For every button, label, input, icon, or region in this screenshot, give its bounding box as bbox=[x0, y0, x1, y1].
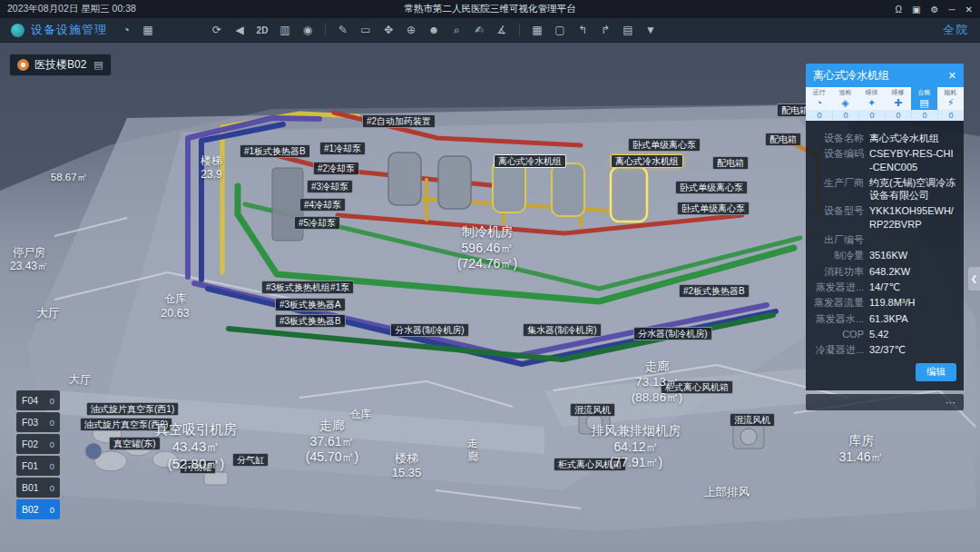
equipment-tag[interactable]: #2自动加药装置 bbox=[362, 114, 436, 128]
detail-field-row: 设备型号YKK1KOH95EWH/RP22BVRP bbox=[813, 204, 956, 231]
field-value: YKK1KOH95EWH/RP22BVRP bbox=[869, 204, 956, 231]
room-label: 仓库 20.63 bbox=[161, 292, 189, 320]
tab-label: 能耗 bbox=[945, 89, 957, 96]
apps-grid-icon[interactable]: ▦ bbox=[140, 22, 156, 38]
tab-maintenance-icon: ✦ bbox=[867, 96, 876, 109]
equipment-tag[interactable]: 混流风机 bbox=[570, 403, 615, 417]
toolbar-divider bbox=[325, 24, 326, 36]
equipment-tag[interactable]: 卧式单级离心泵 bbox=[677, 202, 750, 215]
field-value: 648.2KW bbox=[869, 265, 956, 278]
floor-count-badge: 0 bbox=[50, 461, 54, 471]
panel-collapse-handle[interactable]: ❮ bbox=[968, 267, 980, 291]
equipment-tag[interactable]: #4冷却泵 bbox=[299, 198, 346, 212]
building-selector[interactable]: 医技楼B02 ▤ bbox=[9, 54, 112, 76]
search-icon[interactable]: ⌕ bbox=[448, 22, 465, 38]
roam-icon[interactable]: ✥ bbox=[380, 22, 397, 38]
annotate-icon[interactable]: ✍ bbox=[471, 22, 487, 38]
floor-item-b01[interactable]: B010 bbox=[16, 478, 60, 498]
measure-icon[interactable]: ▭ bbox=[358, 22, 374, 38]
floor-item-f04[interactable]: F040 bbox=[16, 390, 60, 410]
equipment-tag[interactable]: #1板式换热器B bbox=[240, 144, 310, 158]
undo-icon[interactable]: ↰ bbox=[574, 22, 591, 38]
equipment-tag[interactable]: 离心式冷水机组 bbox=[611, 154, 683, 168]
tab-repair[interactable]: 维修✚0 bbox=[885, 87, 911, 121]
panel-title: 离心式冷水机组 bbox=[813, 68, 889, 84]
equipment-tag[interactable]: 配电箱 bbox=[765, 133, 801, 146]
split-screen-icon[interactable]: ▥ bbox=[277, 22, 293, 38]
tab-label: 巡检 bbox=[839, 89, 852, 96]
building-menu-icon[interactable]: ▤ bbox=[93, 59, 103, 71]
edit-button[interactable]: 编辑 bbox=[916, 363, 956, 381]
field-value: 32/37℃ bbox=[869, 343, 956, 356]
time-stats-icon[interactable]: ◔ bbox=[118, 22, 134, 38]
more-options-icon[interactable]: ⋯ bbox=[946, 397, 956, 409]
tab-running[interactable]: 运行◔0 bbox=[806, 87, 832, 121]
field-label: 制冷量 bbox=[813, 249, 864, 261]
equipment-tag[interactable]: 分气缸 bbox=[232, 453, 269, 467]
equipment-tag[interactable]: 卧式单级离心泵 bbox=[628, 138, 701, 152]
top-bar: 2023年08月02日 星期三 00:38 常熟市第二人民医院三维可视化管理平台… bbox=[0, 0, 980, 18]
app-root: #2自动加药装置#1板式换热器B#1冷却泵#2冷却泵#3冷却泵#4冷却泵#5冷却… bbox=[0, 0, 980, 552]
equipment-tag[interactable]: #5冷却泵 bbox=[294, 216, 340, 230]
equipment-tag[interactable]: 分水器(制冷机房) bbox=[633, 327, 712, 340]
angle-measure-icon[interactable]: ∡ bbox=[494, 22, 510, 38]
filter-icon[interactable]: ▼ bbox=[642, 22, 659, 38]
equipment-tag[interactable]: 真空罐(东) bbox=[109, 437, 161, 450]
field-label: 蒸发器水... bbox=[813, 312, 864, 325]
tab-count-badge: 0 bbox=[937, 110, 964, 121]
room-label: 排风兼排烟机房 64.12㎡ (77.91㎡) bbox=[592, 423, 681, 471]
equipment-tag[interactable]: #3冷却泵 bbox=[307, 180, 353, 193]
equipment-tag[interactable]: #1冷却泵 bbox=[319, 142, 366, 155]
field-value: 61.3KPA bbox=[869, 312, 956, 325]
room-label: 楼梯 23.9 bbox=[201, 154, 222, 182]
table-view-icon[interactable]: ▦ bbox=[529, 22, 545, 38]
earth-icon[interactable]: ⊕ bbox=[403, 22, 419, 38]
equipment-tag[interactable]: #3板式换热器B bbox=[275, 314, 346, 328]
equipment-tag[interactable]: 离心式冷水机组 bbox=[494, 154, 566, 168]
document-icon[interactable]: ▤ bbox=[620, 22, 636, 38]
equipment-tag[interactable]: #3板式换热机组#1泵 bbox=[261, 281, 354, 294]
redo-icon[interactable]: ↱ bbox=[597, 22, 613, 38]
floor-item-f03[interactable]: F030 bbox=[16, 412, 60, 432]
tab-count-badge: 0 bbox=[806, 110, 832, 121]
equipment-tag[interactable]: 配电箱 bbox=[712, 156, 749, 170]
equipment-tag[interactable]: 卧式单级离心泵 bbox=[675, 181, 748, 194]
field-label: 出厂编号 bbox=[813, 233, 864, 246]
scope-selector[interactable]: 全院 bbox=[943, 23, 969, 38]
field-value: 5.42 bbox=[869, 328, 956, 340]
floor-item-f01[interactable]: F010 bbox=[16, 456, 60, 476]
mode-2d-button[interactable]: 2D bbox=[254, 22, 270, 38]
equipment-tag[interactable]: #2冷却泵 bbox=[313, 162, 359, 175]
equipment-tag[interactable]: 分水器(制冷机房) bbox=[390, 323, 469, 337]
rotate-view-icon[interactable]: ◀ bbox=[231, 22, 248, 38]
visibility-icon[interactable]: ◉ bbox=[299, 22, 316, 38]
notification-bell-icon[interactable]: Ω bbox=[896, 5, 902, 15]
reset-view-icon[interactable]: ⟳ bbox=[209, 22, 225, 38]
close-icon[interactable]: ✕ bbox=[965, 5, 973, 15]
tab-label: 台账 bbox=[918, 89, 931, 96]
tab-energy[interactable]: 能耗⚡0 bbox=[937, 87, 964, 121]
tab-ledger-icon: ▤ bbox=[919, 96, 928, 109]
tab-inspection[interactable]: 巡检◈0 bbox=[832, 87, 858, 121]
room-label: 制冷机房 596.46㎡ (724.76㎡) bbox=[457, 224, 517, 272]
equipment-tag[interactable]: #3板式换热器A bbox=[275, 298, 346, 311]
draw-icon[interactable]: ✎ bbox=[335, 22, 351, 38]
floor-label: F02 bbox=[22, 439, 38, 449]
capture-icon[interactable]: ▣ bbox=[912, 5, 920, 15]
settings-gear-icon[interactable]: ⚙ bbox=[931, 5, 939, 15]
person-icon[interactable]: ☻ bbox=[426, 22, 442, 38]
equipment-tag[interactable]: #2板式换热器B bbox=[679, 284, 750, 298]
tab-maintenance[interactable]: 维保✦0 bbox=[858, 87, 885, 121]
equipment-tag[interactable]: 油式旋片真空泵(西1) bbox=[86, 402, 179, 416]
floor-item-b02[interactable]: B020 bbox=[16, 499, 60, 519]
equipment-tag[interactable]: 混流风机 bbox=[730, 413, 775, 427]
tab-count-badge: 0 bbox=[832, 110, 858, 121]
floor-count-badge: 0 bbox=[50, 418, 54, 428]
equipment-tag[interactable]: 集水器(制冷机房) bbox=[523, 323, 602, 337]
close-icon[interactable]: ✕ bbox=[948, 70, 956, 82]
tab-inspection-top: 巡检◈ bbox=[832, 87, 858, 110]
tab-ledger[interactable]: 台账▤0 bbox=[911, 87, 937, 121]
floor-item-f02[interactable]: F020 bbox=[16, 434, 60, 454]
minimize-icon[interactable]: ─ bbox=[949, 5, 956, 15]
screen-view-icon[interactable]: ▢ bbox=[552, 22, 568, 38]
